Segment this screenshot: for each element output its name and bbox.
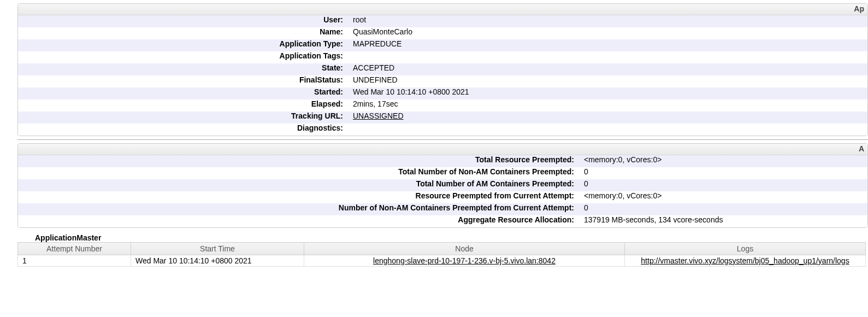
label-nonam-preempted-current: Number of Non-AM Containers Preempted fr…: [18, 203, 576, 212]
value-tracking-url: UNASSIGNED: [345, 111, 867, 120]
separator: [17, 139, 868, 140]
am-col-node[interactable]: Node: [304, 243, 625, 255]
am-table-row: 1 Wed Mar 10 10:14:10 +0800 2021 lenghon…: [18, 255, 866, 267]
row-elapsed: Elapsed: 2mins, 17sec: [18, 99, 867, 111]
am-cell-logs: http://vmaster.vivo.xyz/logsystem/bj05_h…: [625, 255, 866, 267]
row-name: Name: QuasiMonteCarlo: [18, 27, 867, 39]
value-nonam-preempted: 0: [576, 167, 867, 176]
label-elapsed: Elapsed:: [18, 99, 345, 108]
app-overview-body: User: root Name: QuasiMonteCarlo Applica…: [18, 15, 867, 136]
am-table: Attempt Number Start Time Node Logs 1 We…: [17, 242, 866, 267]
app-overview-panel: Ap User: root Name: QuasiMonteCarlo Appl…: [17, 3, 868, 136]
label-aggregate-allocation: Aggregate Resource Allocation:: [18, 215, 576, 224]
row-am-preempted: Total Number of AM Containers Preempted:…: [18, 179, 867, 191]
label-nonam-preempted: Total Number of Non-AM Containers Preemp…: [18, 167, 576, 176]
label-name: Name:: [18, 27, 345, 36]
app-metrics-header: A: [18, 144, 867, 155]
value-aggregate-allocation: 137919 MB-seconds, 134 vcore-seconds: [576, 215, 867, 224]
value-total-resource-preempted: <memory:0, vCores:0>: [576, 155, 867, 164]
am-col-logs[interactable]: Logs: [625, 243, 866, 255]
value-resource-preempted-current: <memory:0, vCores:0>: [576, 191, 867, 200]
am-logs-link[interactable]: http://vmaster.vivo.xyz/logsystem/bj05_h…: [641, 256, 849, 265]
value-final-status: UNDEFINED: [345, 75, 867, 84]
value-started: Wed Mar 10 10:14:10 +0800 2021: [345, 87, 867, 96]
app-metrics-body: Total Resource Preempted: <memory:0, vCo…: [18, 155, 867, 227]
value-nonam-preempted-current: 0: [576, 203, 867, 212]
label-app-type: Application Type:: [18, 39, 345, 48]
value-name: QuasiMonteCarlo: [345, 27, 867, 36]
label-final-status: FinalStatus:: [18, 75, 345, 84]
am-section-title: ApplicationMaster: [35, 233, 868, 242]
value-user: root: [345, 15, 867, 24]
row-aggregate-allocation: Aggregate Resource Allocation: 137919 MB…: [18, 215, 867, 227]
row-nonam-preempted-current: Number of Non-AM Containers Preempted fr…: [18, 203, 867, 215]
row-app-tags: Application Tags:: [18, 51, 867, 63]
am-node-link[interactable]: lenghong-slave-prd-10-197-1-236.v-bj-5.v…: [373, 256, 556, 265]
am-cell-node: lenghong-slave-prd-10-197-1-236.v-bj-5.v…: [304, 255, 625, 267]
am-col-attempt[interactable]: Attempt Number: [18, 243, 131, 255]
row-nonam-preempted: Total Number of Non-AM Containers Preemp…: [18, 167, 867, 179]
row-state: State: ACCEPTED: [18, 63, 867, 75]
row-resource-preempted-current: Resource Preempted from Current Attempt:…: [18, 191, 867, 203]
value-state: ACCEPTED: [345, 63, 867, 72]
app-overview-header: Ap: [18, 4, 867, 15]
am-col-start[interactable]: Start Time: [131, 243, 304, 255]
label-started: Started:: [18, 87, 345, 96]
am-cell-attempt: 1: [18, 255, 131, 267]
app-metrics-panel: A Total Resource Preempted: <memory:0, v…: [17, 143, 868, 228]
row-diagnostics: Diagnostics:: [18, 124, 867, 136]
label-diagnostics: Diagnostics:: [18, 124, 345, 132]
label-total-resource-preempted: Total Resource Preempted:: [18, 155, 576, 164]
value-elapsed: 2mins, 17sec: [345, 99, 867, 108]
label-user: User:: [18, 15, 345, 24]
label-resource-preempted-current: Resource Preempted from Current Attempt:: [18, 191, 576, 200]
tracking-url-link[interactable]: UNASSIGNED: [353, 111, 404, 120]
label-am-preempted: Total Number of AM Containers Preempted:: [18, 179, 576, 188]
label-tracking-url: Tracking URL:: [18, 111, 345, 120]
value-am-preempted: 0: [576, 179, 867, 188]
am-table-header-row: Attempt Number Start Time Node Logs: [18, 243, 866, 255]
row-tracking-url: Tracking URL: UNASSIGNED: [18, 111, 867, 124]
row-total-resource-preempted: Total Resource Preempted: <memory:0, vCo…: [18, 155, 867, 167]
am-cell-start: Wed Mar 10 10:14:10 +0800 2021: [131, 255, 304, 267]
row-started: Started: Wed Mar 10 10:14:10 +0800 2021: [18, 87, 867, 99]
value-app-type: MAPREDUCE: [345, 39, 867, 48]
label-state: State:: [18, 63, 345, 72]
row-user: User: root: [18, 15, 867, 27]
row-final-status: FinalStatus: UNDEFINED: [18, 75, 867, 87]
row-app-type: Application Type: MAPREDUCE: [18, 39, 867, 51]
label-app-tags: Application Tags:: [18, 51, 345, 60]
